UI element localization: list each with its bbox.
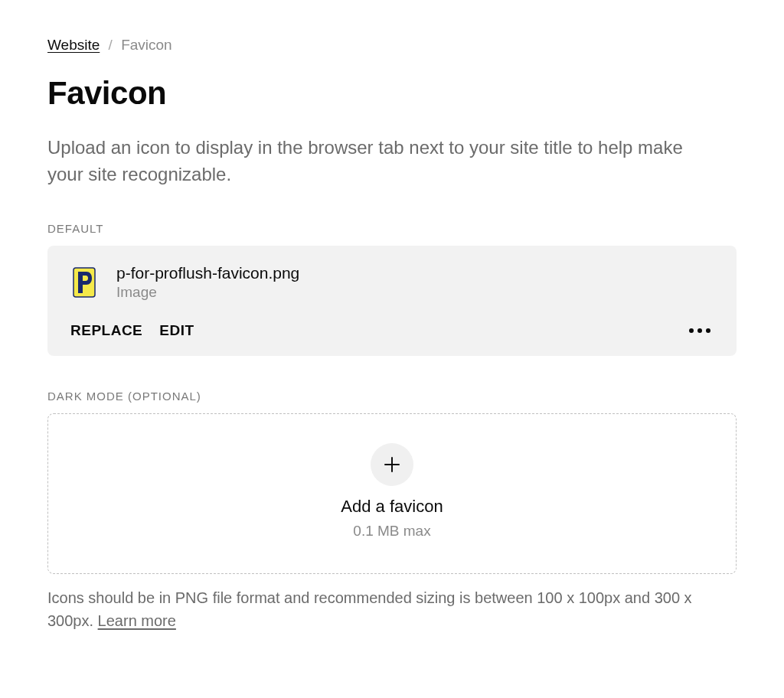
more-options-button[interactable] [686,325,714,336]
replace-button[interactable]: REPLACE [70,322,142,339]
page-title: Favicon [47,75,737,112]
dropzone-title: Add a favicon [341,497,443,517]
help-text: Icons should be in PNG file format and r… [47,586,737,632]
dropzone-subtitle: 0.1 MB max [353,523,430,540]
breadcrumb: Website / Favicon [47,37,737,54]
favicon-actions: REPLACE EDIT [70,322,714,339]
default-section: DEFAULT p-for-proflush-favicon.png Image… [47,222,737,356]
edit-button[interactable]: EDIT [159,322,194,339]
action-buttons: REPLACE EDIT [70,322,194,339]
default-section-label: DEFAULT [47,222,737,235]
breadcrumb-current: Favicon [121,37,172,53]
dark-mode-section: DARK MODE (OPTIONAL) Add a favicon 0.1 M… [47,390,737,632]
plus-circle [371,443,413,486]
plus-icon [382,455,402,475]
dark-mode-section-label: DARK MODE (OPTIONAL) [47,390,737,403]
favicon-type: Image [116,284,299,301]
breadcrumb-root-link[interactable]: Website [47,37,100,53]
learn-more-link[interactable]: Learn more [98,612,176,629]
p-letter-icon [73,267,96,298]
dots-icon [689,328,694,333]
add-favicon-dropzone[interactable]: Add a favicon 0.1 MB max [47,413,737,574]
favicon-meta: p-for-proflush-favicon.png Image [116,264,299,301]
breadcrumb-separator: / [109,37,113,53]
favicon-card: p-for-proflush-favicon.png Image REPLACE… [47,246,737,356]
favicon-filename: p-for-proflush-favicon.png [116,264,299,282]
page-description: Upload an icon to display in the browser… [47,135,683,188]
favicon-row: p-for-proflush-favicon.png Image [70,264,714,301]
favicon-thumbnail [70,266,98,299]
